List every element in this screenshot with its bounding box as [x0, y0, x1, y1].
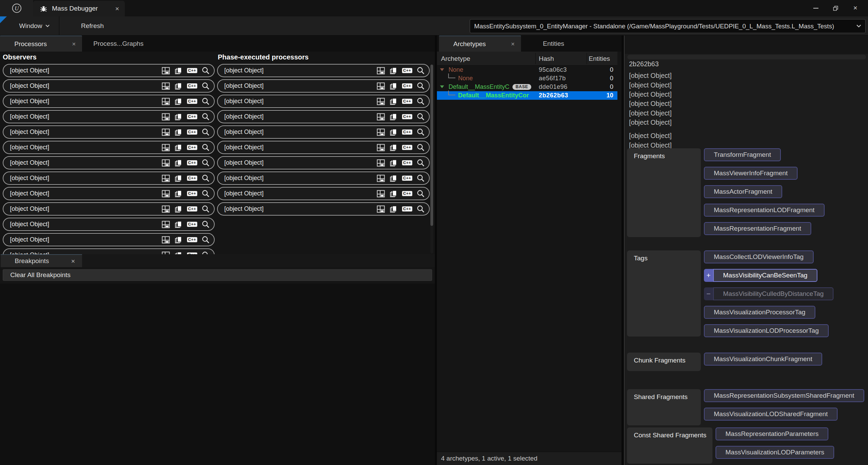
fragment-chip[interactable]: MassVisualizationLODParameters [716, 446, 834, 459]
processor-row[interactable]: [object Object] C++ [217, 187, 430, 200]
cpp-source-icon[interactable]: C++ [402, 99, 412, 104]
processor-row[interactable]: [object Object] C++ [3, 79, 215, 93]
search-icon[interactable] [417, 159, 425, 167]
fragment-chip[interactable]: MassCollectLODViewerInfoTag [704, 250, 814, 263]
pane-layout-icon[interactable] [377, 190, 385, 197]
column-header-hash[interactable]: Hash [539, 52, 554, 66]
search-icon[interactable] [417, 113, 425, 121]
layers-icon[interactable] [389, 97, 398, 106]
layers-icon[interactable] [389, 67, 398, 75]
search-icon[interactable] [202, 205, 210, 213]
tab-close-icon[interactable] [72, 42, 76, 46]
pane-layout-icon[interactable] [377, 98, 385, 105]
expand-arrow-icon[interactable] [440, 85, 444, 88]
column-divider[interactable] [587, 53, 587, 64]
processor-row[interactable]: [object Object] C++ [3, 95, 215, 108]
layers-icon[interactable] [389, 82, 398, 90]
pane-layout-icon[interactable] [162, 113, 170, 121]
processor-row[interactable]: [object Object] C++ [217, 202, 430, 216]
layers-icon[interactable] [389, 174, 398, 182]
layers-icon[interactable] [389, 113, 398, 121]
tab-entities[interactable]: Entities [537, 36, 570, 52]
fragment-chip[interactable]: MassRepresentationFragment [704, 222, 811, 235]
layers-icon[interactable] [174, 159, 183, 167]
tab-close-icon[interactable] [71, 259, 75, 264]
processor-row[interactable]: [object Object] C++ [217, 95, 430, 108]
clear-all-breakpoints-button[interactable]: Clear All Breakpoints [3, 269, 432, 281]
search-icon[interactable] [417, 128, 425, 136]
window-menu[interactable]: Window [19, 16, 50, 36]
cpp-source-icon[interactable]: C++ [187, 191, 197, 196]
refresh-button[interactable]: Refresh [81, 16, 104, 36]
layers-icon[interactable] [174, 205, 183, 213]
cpp-source-icon[interactable]: C++ [402, 160, 412, 165]
pane-layout-icon[interactable] [162, 82, 170, 90]
tab-processors[interactable]: Processors [0, 36, 82, 52]
search-icon[interactable] [417, 97, 425, 105]
cpp-source-icon[interactable]: C++ [187, 114, 197, 119]
search-icon[interactable] [202, 97, 210, 105]
pane-layout-icon[interactable] [377, 67, 385, 74]
pane-layout-icon[interactable] [162, 175, 170, 182]
layers-icon[interactable] [174, 67, 183, 75]
layers-icon[interactable] [174, 236, 183, 244]
cpp-source-icon[interactable]: C++ [187, 68, 197, 73]
search-icon[interactable] [202, 220, 210, 228]
search-icon[interactable] [202, 190, 210, 197]
pane-layout-icon[interactable] [162, 98, 170, 105]
cpp-source-icon[interactable]: C++ [187, 237, 197, 242]
close-button[interactable] [845, 0, 865, 16]
column-header-entities[interactable]: Entities [589, 52, 610, 66]
processor-row[interactable]: [object Object] C++ [3, 202, 215, 216]
pane-layout-icon[interactable] [162, 205, 170, 213]
cpp-source-icon[interactable]: C++ [402, 191, 412, 196]
cpp-source-icon[interactable]: C++ [187, 83, 197, 88]
search-icon[interactable] [202, 236, 210, 244]
pane-layout-icon[interactable] [377, 144, 385, 151]
column-header-archetype[interactable]: Archetype [441, 52, 470, 66]
window-tab[interactable]: Mass Debugger [33, 1, 125, 16]
layers-icon[interactable] [389, 205, 398, 213]
cpp-source-icon[interactable]: C++ [402, 83, 412, 88]
layers-icon[interactable] [389, 190, 398, 198]
tab-breakpoints[interactable]: Breakpoints [1, 254, 82, 267]
pane-layout-icon[interactable] [162, 221, 170, 228]
panel-splitter[interactable] [622, 36, 624, 465]
processor-row[interactable]: [object Object] C++ [217, 64, 430, 77]
search-icon[interactable] [417, 143, 425, 151]
tab-close-icon[interactable] [511, 42, 515, 46]
expand-arrow-icon[interactable] [440, 68, 444, 71]
cpp-source-icon[interactable]: C++ [187, 206, 197, 211]
fragment-chip[interactable]: TransformFragment [704, 148, 781, 161]
processor-row[interactable]: [object Object] C++ [3, 218, 215, 231]
processor-row[interactable]: [object Object] C++ [217, 156, 430, 169]
restore-button[interactable] [826, 0, 845, 16]
search-icon[interactable] [202, 113, 210, 121]
search-icon[interactable] [202, 128, 210, 136]
cpp-source-icon[interactable]: C++ [187, 222, 197, 227]
unreal-logo-icon[interactable]: U [0, 0, 33, 16]
tab-close-icon[interactable] [115, 6, 119, 11]
layers-icon[interactable] [174, 97, 183, 106]
pane-layout-icon[interactable] [162, 190, 170, 197]
processor-row[interactable]: [object Object] C++ [3, 233, 215, 246]
scrollbar-horizontal[interactable] [627, 55, 866, 59]
fragment-chip[interactable]: MassViewerInfoFragment [704, 167, 798, 180]
cpp-source-icon[interactable]: C++ [187, 99, 197, 104]
pane-layout-icon[interactable] [377, 128, 385, 136]
layers-icon[interactable] [389, 128, 398, 136]
fragment-chip[interactable]: MassVisualizationLODProcessorTag [704, 324, 829, 337]
search-icon[interactable] [202, 143, 210, 151]
fragment-chip[interactable]: MassVisualizationLODSharedFragment [704, 408, 838, 421]
fragment-chip[interactable]: + MassVisibilityCanBeSeenTag [704, 269, 817, 282]
minimize-button[interactable] [806, 0, 826, 16]
cpp-source-icon[interactable]: C++ [187, 129, 197, 135]
tab-archetypes[interactable]: Archetypes [439, 36, 521, 52]
archetype-row[interactable]: Default__MassEntityC BASE dde01e96 0 [437, 83, 617, 91]
processor-row[interactable]: [object Object] C++ [217, 79, 430, 93]
layers-icon[interactable] [174, 220, 183, 229]
layers-icon[interactable] [389, 159, 398, 167]
processor-row[interactable]: [object Object] C++ [3, 125, 215, 139]
pane-layout-icon[interactable] [162, 159, 170, 167]
layers-icon[interactable] [174, 113, 183, 121]
